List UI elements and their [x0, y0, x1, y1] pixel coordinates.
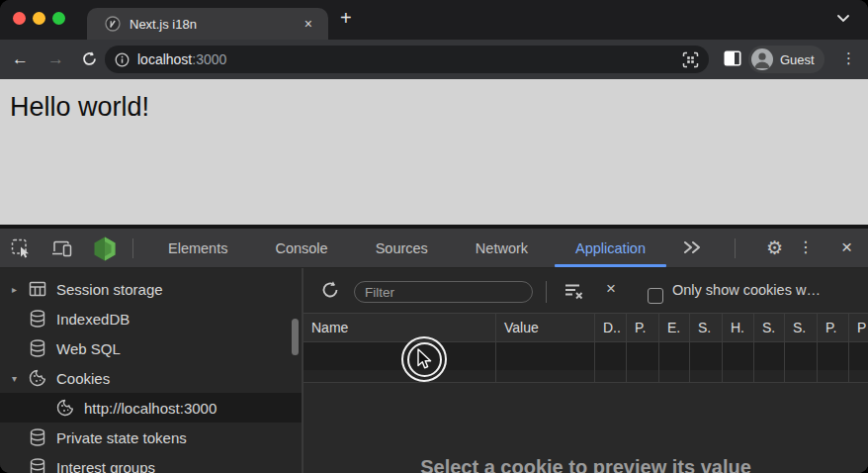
database-icon	[28, 338, 47, 358]
expander-expanded-icon[interactable]: ▾	[12, 373, 28, 384]
sidebar-item-indexeddb[interactable]: IndexedDB	[0, 304, 302, 333]
browser-window: Next.js i18n × + ← → localhost:3000	[0, 0, 868, 473]
database-icon	[28, 309, 47, 329]
side-panel-icon[interactable]	[724, 50, 741, 66]
sidebar-item-interest-groups[interactable]: Interest groups	[0, 452, 302, 473]
filter-input[interactable]	[354, 281, 533, 303]
sidebar-item-label: Cookies	[56, 370, 110, 387]
forward-button[interactable]: →	[47, 48, 64, 70]
table-icon	[28, 279, 47, 299]
tab-close-icon[interactable]: ×	[297, 17, 320, 31]
profile-label: Guest	[780, 52, 815, 67]
sidebar-scrollbar[interactable]	[292, 319, 299, 355]
cookies-table-header: Name Value D.. P. E. S. H. S. S. P. P	[304, 314, 868, 342]
url-text: localhost:3000	[137, 51, 226, 67]
new-tab-button[interactable]: +	[340, 7, 352, 30]
guest-profile-button[interactable]: Guest	[748, 46, 825, 73]
browser-tab[interactable]: Next.js i18n ×	[87, 8, 328, 40]
devtools-menu-icon[interactable]: ⋮	[798, 237, 814, 256]
table-row[interactable]	[304, 370, 868, 383]
table-row[interactable]	[304, 342, 868, 370]
only-show-cookies-checkbox[interactable]	[648, 288, 663, 304]
toolbar-divider	[546, 281, 547, 303]
sidebar-item-label: Private state tokens	[56, 429, 187, 446]
sidebar-item-label: IndexedDB	[56, 311, 130, 328]
browser-toolbar: ← → localhost:3000	[0, 40, 868, 79]
frame-capture-icon[interactable]	[682, 51, 699, 68]
page-viewport: Hello world!	[0, 79, 868, 225]
back-button[interactable]: ←	[12, 48, 29, 70]
cookies-panel: × Only show cookies w… Name Value D.. P.…	[304, 268, 868, 473]
only-show-cookies-label[interactable]: Only show cookies w…	[672, 282, 862, 298]
column-header-name[interactable]: Name	[304, 314, 496, 341]
nextjs-favicon-icon	[105, 16, 121, 32]
devtools-body: ▸ Session storage IndexedDB	[0, 268, 868, 473]
sidebar-item-cookies[interactable]: ▾ Cookies	[0, 363, 302, 393]
sidebar-item-cookies-localhost[interactable]: http://localhost:3000	[0, 393, 302, 423]
sidebar-item-label: Web SQL	[56, 340, 121, 357]
cookie-icon	[28, 368, 47, 388]
column-header-partition[interactable]: P.	[818, 314, 849, 341]
sidebar-item-private-state-tokens[interactable]: Private state tokens	[0, 423, 302, 452]
devtools-tabbar: Elements Console Sources Network Applica…	[0, 229, 868, 268]
sidebar-item-label: Interest groups	[56, 459, 155, 473]
refresh-icon[interactable]	[320, 280, 340, 300]
person-icon	[751, 48, 773, 70]
minimize-window-button[interactable]	[33, 12, 45, 25]
url-port: :3000	[192, 51, 226, 67]
avatar	[751, 48, 773, 70]
cookies-toolbar: × Only show cookies w…	[304, 268, 868, 314]
tab-strip: Next.js i18n × +	[0, 0, 868, 40]
close-window-button[interactable]	[13, 12, 26, 25]
page-heading: Hello world!	[10, 92, 149, 123]
empty-preview-message: Select a cookie to preview its value	[304, 456, 868, 473]
omnibox[interactable]: localhost:3000	[105, 46, 709, 73]
cookie-icon	[55, 398, 75, 418]
column-header-expires[interactable]: E.	[659, 314, 690, 341]
column-header-samesite[interactable]: S.	[785, 314, 818, 341]
sidebar-item-web-sql[interactable]: Web SQL	[0, 333, 302, 363]
database-icon	[28, 427, 47, 447]
delete-icon[interactable]: ×	[606, 279, 616, 299]
tab-console[interactable]: Console	[251, 229, 351, 267]
application-sidebar: ▸ Session storage IndexedDB	[0, 268, 304, 473]
reload-button[interactable]	[81, 50, 98, 67]
more-tabs-icon[interactable]	[682, 239, 702, 255]
settings-gear-icon[interactable]: ⚙	[766, 236, 783, 261]
node-devtools-icon[interactable]	[92, 236, 118, 262]
url-host: localhost	[137, 51, 192, 67]
tab-title: Next.js i18n	[130, 17, 297, 32]
browser-menu-icon[interactable]: ⋮	[841, 49, 856, 67]
chevron-down-icon[interactable]	[836, 14, 850, 24]
column-header-secure[interactable]: S.	[754, 314, 785, 341]
column-header-priority[interactable]: P	[849, 314, 868, 341]
devtools-close-icon[interactable]: ×	[841, 236, 852, 258]
devtools-tabs: Elements Console Sources Network Applica…	[144, 229, 669, 267]
expander-collapsed-icon[interactable]: ▸	[12, 284, 28, 295]
column-header-httponly[interactable]: H.	[723, 314, 754, 341]
traffic-lights	[13, 12, 65, 25]
toolbar-divider	[132, 238, 133, 258]
inspect-element-icon[interactable]	[11, 238, 31, 258]
tab-application[interactable]: Application	[552, 229, 669, 267]
sidebar-item-label: http://localhost:3000	[84, 400, 217, 417]
column-header-size[interactable]: S.	[690, 314, 723, 341]
column-header-value[interactable]: Value	[496, 314, 595, 341]
tab-elements[interactable]: Elements	[144, 229, 251, 267]
cookie-preview-pane: Select a cookie to preview its value	[304, 383, 868, 473]
zoom-window-button[interactable]	[52, 12, 65, 25]
sidebar-item-label: Session storage	[56, 281, 163, 298]
info-icon[interactable]	[115, 52, 130, 67]
toolbar-divider	[735, 238, 736, 258]
column-header-path[interactable]: P.	[627, 314, 659, 341]
device-toolbar-icon[interactable]	[51, 238, 73, 258]
sidebar-item-session-storage[interactable]: ▸ Session storage	[0, 274, 302, 304]
clear-filter-icon[interactable]	[564, 282, 585, 300]
database-icon	[28, 457, 47, 473]
tab-network[interactable]: Network	[452, 229, 552, 267]
tab-sources[interactable]: Sources	[352, 229, 452, 267]
column-header-domain[interactable]: D..	[595, 314, 627, 341]
